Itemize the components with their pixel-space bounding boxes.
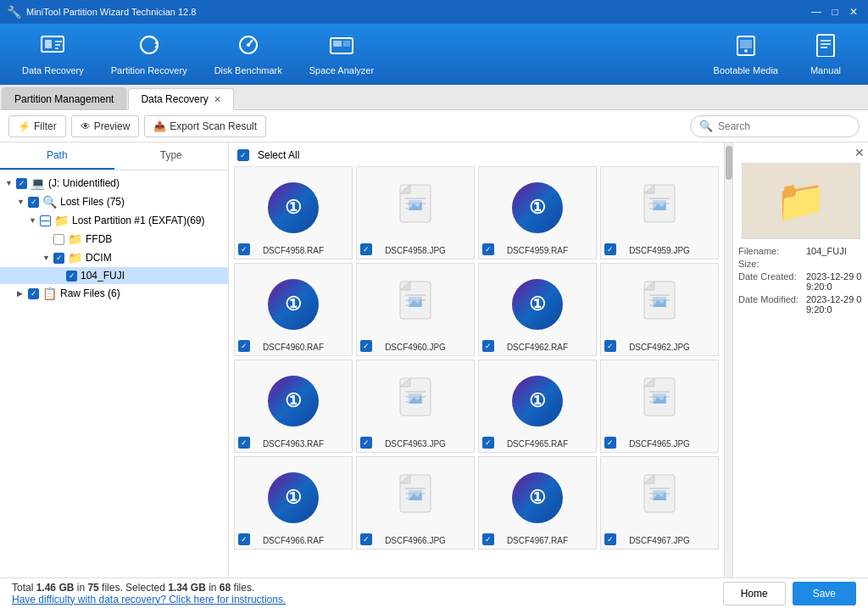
filter-button[interactable]: ⚡ Filter xyxy=(8,115,66,137)
checkbox-dcim[interactable]: ✓ xyxy=(53,253,64,264)
panel-tab-type[interactable]: Type xyxy=(114,142,229,170)
tree-item-lost-files[interactable]: ▼ ✓ 🔍 Lost Files (75) xyxy=(0,192,228,211)
minimize-button[interactable]: — xyxy=(809,4,824,20)
file-thumb-img-f4 xyxy=(604,170,715,244)
file-check-f10[interactable]: ✓ xyxy=(360,437,372,449)
search-box[interactable]: 🔍 xyxy=(690,115,860,137)
status-in-text: in xyxy=(74,582,87,594)
tab-partition-management[interactable]: Partition Management xyxy=(2,87,126,109)
file-thumb-f4[interactable]: ✓DSCF4959.JPG xyxy=(600,166,719,259)
file-thumb-f1[interactable]: ①✓DSCF4958.RAF xyxy=(234,166,353,259)
preview-folder-icon: 📁 xyxy=(776,177,826,225)
tree-item-ffdb[interactable]: 📁 FFDB xyxy=(0,230,228,248)
file-thumb-f11[interactable]: ①✓DSCF4965.RAF xyxy=(478,360,597,453)
close-button[interactable]: ✕ xyxy=(846,4,861,20)
help-link[interactable]: Have difficulty with data recovery? Clic… xyxy=(12,594,286,605)
toolbar-partition-recovery[interactable]: Partition Recovery xyxy=(97,28,201,81)
checkbox-raw-files[interactable]: ✓ xyxy=(28,288,39,299)
file-check-f15[interactable]: ✓ xyxy=(482,533,494,545)
file-check-f16[interactable]: ✓ xyxy=(604,533,616,545)
file-check-f14[interactable]: ✓ xyxy=(360,533,372,545)
grid-scrollbar-thumb[interactable] xyxy=(726,146,732,180)
file-thumb-f5[interactable]: ①✓DSCF4960.RAF xyxy=(234,263,353,356)
search-input[interactable] xyxy=(718,120,850,132)
file-thumb-f10[interactable]: ✓DSCF4963.JPG xyxy=(356,360,475,453)
tab-data-recovery[interactable]: Data Recovery ✕ xyxy=(128,88,233,110)
file-thumb-img-f7: ① xyxy=(482,267,593,341)
save-button[interactable]: Save xyxy=(793,582,856,605)
file-thumb-f8[interactable]: ✓DSCF4962.JPG xyxy=(600,263,719,356)
file-check-f3[interactable]: ✓ xyxy=(482,243,494,255)
file-name-f5: DSCF4960.RAF xyxy=(238,343,348,352)
file-thumb-f14[interactable]: ✓DSCF4966.JPG xyxy=(356,456,475,549)
checkbox-lost-files[interactable]: ✓ xyxy=(28,197,39,208)
tab-partition-management-label: Partition Management xyxy=(14,93,114,105)
file-check-f4[interactable]: ✓ xyxy=(604,243,616,255)
file-check-f5[interactable]: ✓ xyxy=(238,340,250,352)
file-name-f9: DSCF4963.RAF xyxy=(238,439,348,449)
file-thumb-f9[interactable]: ①✓DSCF4963.RAF xyxy=(234,360,353,453)
raf-icon: ① xyxy=(268,279,319,330)
panel-tabs: Path Type xyxy=(0,142,228,170)
file-name-f3: DSCF4959.RAF xyxy=(482,246,593,255)
tab-data-recovery-close[interactable]: ✕ xyxy=(214,94,221,105)
checkbox-drive-j[interactable]: ✓ xyxy=(16,178,27,189)
data-recovery-icon xyxy=(40,33,65,62)
file-check-f2[interactable]: ✓ xyxy=(360,243,372,255)
tree-label-raw-files: Raw Files (6) xyxy=(60,287,223,299)
file-check-f12[interactable]: ✓ xyxy=(604,437,616,449)
checkbox-ffdb[interactable] xyxy=(53,234,64,245)
tree-item-drive-j[interactable]: ▼ ✓ 💻 (J: Unidentified) xyxy=(0,174,228,192)
panel-tab-path[interactable]: Path xyxy=(0,142,114,170)
file-check-f13[interactable]: ✓ xyxy=(238,533,250,545)
export-label: Export Scan Result xyxy=(170,120,257,132)
file-thumb-f6[interactable]: ✓DSCF4960.JPG xyxy=(356,263,475,356)
toolbar-manual[interactable]: Manual xyxy=(792,28,860,81)
file-thumb-f13[interactable]: ①✓DSCF4966.RAF xyxy=(234,456,353,549)
toolbar-data-recovery[interactable]: Data Recovery xyxy=(8,28,97,81)
tab-data-recovery-label: Data Recovery xyxy=(141,93,208,105)
file-check-f1[interactable]: ✓ xyxy=(238,243,250,255)
file-thumb-f7[interactable]: ①✓DSCF4962.RAF xyxy=(478,263,597,356)
file-check-f9[interactable]: ✓ xyxy=(238,437,250,449)
file-thumb-f16[interactable]: ✓DSCF4967.JPG xyxy=(600,456,719,549)
file-check-f7[interactable]: ✓ xyxy=(482,340,494,352)
tree-item-raw-files[interactable]: ▶ ✓ 📋 Raw Files (6) xyxy=(0,284,228,303)
export-button[interactable]: 📤 Export Scan Result xyxy=(144,115,266,137)
status-in2-text: in xyxy=(206,582,220,594)
raf-icon: ① xyxy=(512,182,563,233)
file-check-f11[interactable]: ✓ xyxy=(482,437,494,449)
status-total-size: 1.46 GB xyxy=(36,582,75,594)
file-tree: ▼ ✓ 💻 (J: Unidentified) ▼ ✓ 🔍 Lost Files… xyxy=(0,170,228,306)
toolbar-bootable-media-label: Bootable Media xyxy=(714,65,778,75)
toolbar-space-analyzer[interactable]: Space Analyzer xyxy=(296,28,387,81)
file-check-f8[interactable]: ✓ xyxy=(604,340,616,352)
checkbox-104-fuji[interactable]: ✓ xyxy=(66,271,77,282)
file-check-f6[interactable]: ✓ xyxy=(360,340,372,352)
tree-item-lost-partition[interactable]: ▼ — 📁 Lost Partition #1 (EXFAT)(69) xyxy=(0,211,228,230)
grid-scrollbar[interactable] xyxy=(724,142,732,577)
toolbar-disk-benchmark[interactable]: Disk Benchmark xyxy=(201,28,296,81)
tree-item-104-fuji[interactable]: ✓ 104_FUJI xyxy=(0,267,228,284)
toolbar-bootable-media[interactable]: Bootable Media xyxy=(700,28,792,81)
maximize-button[interactable]: □ xyxy=(827,4,843,20)
preview-filename-value: 104_FUJI xyxy=(806,246,847,256)
file-thumb-f12[interactable]: ✓DSCF4965.JPG xyxy=(600,360,719,453)
preview-metadata: Filename: 104_FUJI Size: Date Created: 2… xyxy=(737,246,865,317)
svg-point-10 xyxy=(744,49,748,53)
raf-icon: ① xyxy=(512,376,563,427)
status-files-text: files. Selected xyxy=(99,582,168,594)
status-selected-files: 68 xyxy=(220,582,231,594)
file-grid-container[interactable]: ✓ Select All ①✓DSCF4958.RAF✓DSCF4958.JPG… xyxy=(229,142,724,577)
file-thumb-f15[interactable]: ①✓DSCF4967.RAF xyxy=(478,456,597,549)
checkbox-lost-partition[interactable]: — xyxy=(40,215,51,226)
select-all-checkbox[interactable]: ✓ xyxy=(237,149,249,161)
tree-item-dcim[interactable]: ▼ ✓ 📁 DCIM xyxy=(0,248,228,267)
home-button[interactable]: Home xyxy=(723,582,786,605)
raf-icon: ① xyxy=(268,472,319,523)
preview-button[interactable]: 👁 Preview xyxy=(71,115,140,137)
file-thumb-f2[interactable]: ✓DSCF4958.JPG xyxy=(356,166,475,259)
file-thumb-img-f12 xyxy=(604,364,715,438)
preview-close-button[interactable]: ✕ xyxy=(737,146,865,159)
file-thumb-f3[interactable]: ①✓DSCF4959.RAF xyxy=(478,166,597,259)
